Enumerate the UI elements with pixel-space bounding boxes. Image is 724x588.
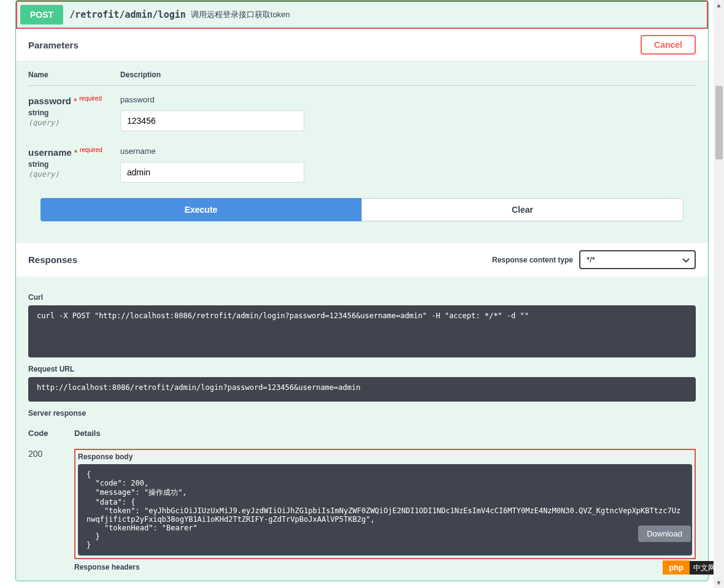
operation-path: /retrofit/admin/login [69,9,186,20]
content-type-select[interactable]: */* [579,250,696,269]
column-description: Description [120,71,161,79]
request-url-label: Request URL [28,365,696,373]
parameter-row: username * required string (query) usern… [28,147,696,183]
username-input[interactable] [120,162,304,183]
scrollbar-track[interactable]: ▲ ▼ [714,0,724,588]
curl-label: Curl [28,293,696,302]
response-body: { "code": 200, "message": "操作成功", "data"… [78,464,692,556]
curl-command: curl -X POST "http://localhost:8086/retr… [28,305,696,357]
scroll-down-arrow-icon[interactable]: ▼ [714,578,724,588]
password-input[interactable] [120,110,304,131]
execute-button[interactable]: Execute [40,198,361,221]
responses-header: Responses Response content type */* [16,243,708,277]
request-url-value: http://localhost:8086/retrofit/admin/log… [28,377,696,402]
parameters-title: Parameters [28,40,79,50]
parameters-header: Parameters Cancel [16,29,708,61]
responses-title: Responses [28,254,77,265]
download-button[interactable]: Download [638,525,691,542]
required-label: required [80,147,102,153]
column-name: Name [28,71,120,79]
required-star: * [74,96,77,106]
watermark: php中文网 [663,562,719,573]
param-location: (query) [28,118,120,127]
clear-button[interactable]: Clear [361,198,684,221]
cancel-button[interactable]: Cancel [641,35,696,55]
http-method-badge: POST [20,5,63,25]
response-headers-label: Response headers [74,563,696,571]
response-body-label: Response body [78,452,692,461]
param-name: password [28,96,71,106]
response-code: 200 [28,449,74,459]
parameters-table: Name Description password * required str… [16,61,708,243]
scrollbar-thumb[interactable] [715,86,723,159]
details-header: Details [74,424,696,443]
param-type: string [28,160,120,169]
code-header: Code [28,424,74,443]
param-location: (query) [28,170,120,178]
scroll-up-arrow-icon[interactable]: ▲ [714,0,724,10]
required-label: required [79,95,102,102]
operation-block: POST /retrofit/admin/login 调用远程登录接口获取tok… [15,0,709,581]
operation-summary[interactable]: POST /retrofit/admin/login 调用远程登录接口获取tok… [16,1,708,29]
content-type-label: Response content type [492,256,573,264]
watermark-php: php [663,560,690,575]
param-name: username [28,147,72,158]
required-star: * [74,148,77,158]
param-description: password [120,95,696,104]
parameter-row: password * required string (query) passw… [28,95,696,131]
server-response-label: Server response [28,409,696,418]
param-type: string [28,109,120,117]
operation-summary-text: 调用远程登录接口获取token [191,9,290,20]
param-description: username [120,147,696,156]
